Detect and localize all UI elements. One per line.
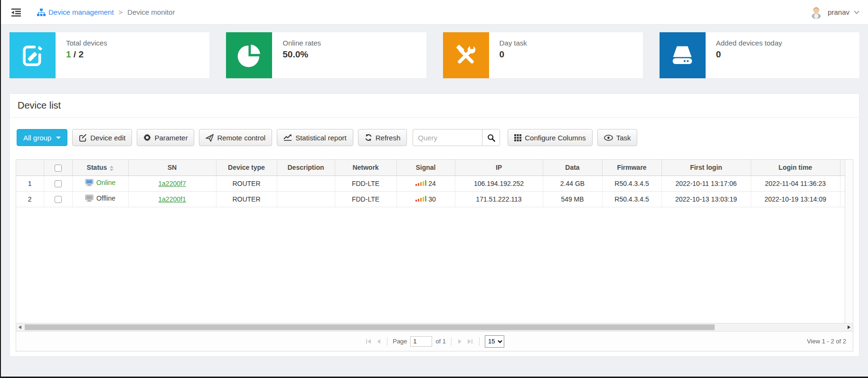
user-avatar [809, 5, 823, 19]
vertical-scrollbar-track[interactable] [845, 160, 853, 323]
horizontal-scrollbar[interactable] [16, 323, 853, 331]
configure-columns-button[interactable]: Configure Columns [508, 129, 592, 146]
cell-truncated: 202 [840, 191, 845, 207]
send-plane-icon [206, 134, 214, 142]
card-added-today-body: Added devices today 0 [706, 32, 782, 78]
card-value: 1 / 2 [66, 49, 107, 60]
search-button[interactable] [482, 129, 500, 146]
table-row[interactable]: 2 [16, 191, 845, 207]
header-login-time[interactable]: Login time [751, 160, 840, 175]
header-description[interactable]: Description [277, 160, 335, 175]
pager-divider [387, 337, 387, 346]
refresh-label: Refresh [376, 134, 401, 142]
card-label: Total devices [66, 39, 107, 47]
pager-divider [451, 337, 452, 346]
table-row[interactable]: 1 [16, 175, 845, 191]
sn-link[interactable]: 1a2200f1 [158, 195, 186, 203]
status-text: Offline [96, 194, 115, 202]
header-first-login[interactable]: First login [661, 160, 751, 175]
header-status[interactable]: Status [72, 160, 128, 175]
card-value: 50.0% [283, 49, 321, 60]
header-data[interactable]: Data [543, 160, 602, 175]
breadcrumb-separator: > [119, 8, 123, 16]
horizontal-scrollbar-track[interactable] [24, 323, 845, 331]
all-group-dropdown[interactable]: All group [17, 129, 67, 146]
cell-signal: 30 [396, 191, 455, 207]
cell-select [44, 175, 72, 191]
prev-page-button[interactable] [376, 339, 382, 344]
cell-device-type: ROUTER [216, 191, 277, 207]
horizontal-scrollbar-thumb[interactable] [25, 324, 715, 330]
hard-drive-icon [670, 43, 695, 68]
refresh-icon [365, 134, 372, 141]
signal-bars-icon [415, 180, 426, 186]
header-truncated [840, 160, 845, 175]
row-checkbox[interactable] [55, 196, 62, 203]
cell-data: 2.44 GB [543, 175, 602, 191]
edit-pencil-icon [79, 134, 87, 142]
header-ip[interactable]: IP [455, 160, 543, 175]
task-button[interactable]: Task [597, 129, 638, 146]
cell-rownum: 1 [16, 175, 44, 191]
card-day-task-body: Day task 0 [489, 32, 527, 78]
next-page-button[interactable] [457, 339, 463, 344]
panel-title: Device list [10, 94, 859, 118]
cell-truncated: 202 [840, 175, 845, 191]
cell-sn: 1a2200f7 [128, 175, 216, 191]
cell-description [277, 191, 335, 207]
cell-status: Online [72, 175, 128, 191]
cell-firmware: R50.4.3.4.5 [602, 175, 661, 191]
sidebar-toggle-button[interactable] [9, 6, 23, 18]
header-device-type[interactable]: Device type [216, 160, 277, 175]
page-of-label: of 1 [435, 338, 446, 345]
breadcrumb-root-label: Device management [48, 8, 114, 16]
header-network[interactable]: Network [335, 160, 396, 175]
sort-icon[interactable] [110, 166, 113, 171]
statistical-report-button[interactable]: Statistical report [277, 129, 353, 146]
edit-square-icon [20, 43, 45, 68]
monitor-online-icon [85, 179, 94, 186]
view-info: View 1 - 2 of 2 [807, 338, 846, 345]
page: Device management > Device monitor prana… [0, 0, 868, 378]
chart-line-icon [283, 134, 292, 141]
page-number-input[interactable] [410, 336, 432, 347]
cell-signal: 24 [396, 175, 455, 191]
select-all-checkbox[interactable] [55, 165, 62, 172]
sn-link[interactable]: 1a2200f7 [158, 180, 186, 187]
device-edit-button[interactable]: Device edit [72, 129, 132, 146]
header-signal[interactable]: Signal [396, 160, 455, 175]
card-added-today: Added devices today 0 [660, 32, 859, 78]
query-input[interactable] [413, 129, 482, 146]
card-total-devices-iconbox [9, 32, 56, 78]
header-sn[interactable]: SN [128, 160, 216, 175]
parameter-button[interactable]: Parameter [137, 129, 194, 146]
remote-control-button[interactable]: Remote control [199, 129, 272, 146]
header-firmware[interactable]: Firmware [602, 160, 661, 175]
device-grid: Status SN Device type Description Networ… [16, 159, 853, 351]
first-page-button[interactable] [365, 339, 372, 344]
outdent-menu-icon [11, 8, 21, 17]
breadcrumb-root-link[interactable]: Device management [37, 8, 114, 16]
user-menu[interactable]: pranav [809, 5, 859, 19]
signal-value: 30 [428, 195, 436, 203]
cell-first-login: 2022-10-13 13:03:19 [661, 191, 751, 207]
cell-network: FDD-LTE [335, 175, 396, 191]
cell-device-type: ROUTER [216, 175, 277, 191]
scroll-right-arrow-icon[interactable] [845, 325, 853, 329]
row-checkbox[interactable] [55, 180, 62, 187]
device-list-panel: Device list All group Device edit [9, 93, 859, 357]
user-name: pranav [828, 8, 849, 16]
toolbar: All group Device edit [10, 118, 859, 159]
card-label: Day task [500, 39, 527, 47]
cell-status: Offline [72, 191, 128, 207]
configure-columns-label: Configure Columns [525, 134, 585, 142]
sitemap-icon [37, 9, 46, 16]
pager-divider [479, 337, 480, 346]
all-group-label: All group [23, 134, 51, 142]
scroll-left-arrow-icon[interactable] [16, 325, 24, 329]
refresh-button[interactable]: Refresh [358, 129, 407, 146]
last-page-button[interactable] [466, 339, 474, 344]
page-size-select[interactable]: 15 [485, 335, 504, 348]
card-value: 0 [716, 49, 782, 60]
card-value: 0 [500, 49, 527, 60]
